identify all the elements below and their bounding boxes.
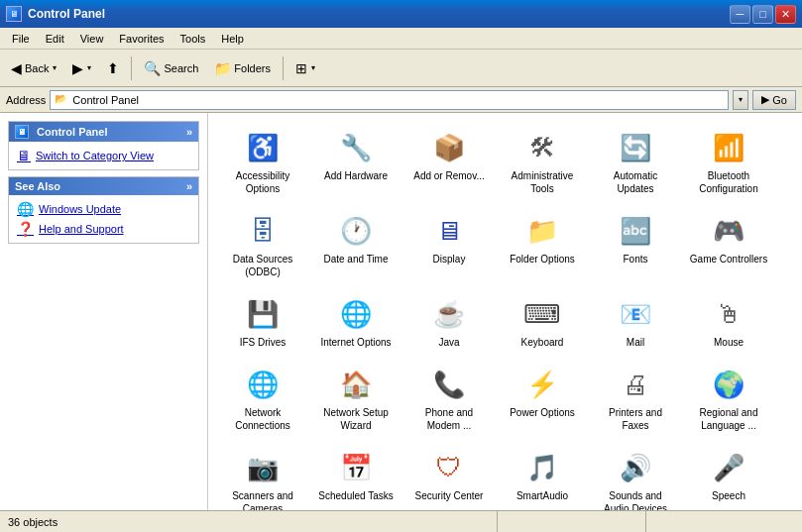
sidebar-link-switch-category[interactable]: 🖥Switch to Category View [17, 148, 190, 163]
icon-label-add-hardware: Add Hardware [324, 169, 388, 182]
icon-item-java[interactable]: ☕Java [404, 289, 494, 356]
sidebar-link-icon-help-support: ❓ [17, 221, 34, 237]
back-label: Back [25, 62, 49, 74]
icon-item-smartaudio[interactable]: 🎵SmartAudio [498, 443, 587, 510]
icon-label-network-setup-wizard: Network Setup Wizard [316, 406, 396, 432]
icon-item-bluetooth-configuration[interactable]: 📶Bluetooth Configuration [684, 123, 773, 202]
icon-item-network-connections[interactable]: 🌐Network Connections [218, 360, 307, 439]
address-folder-icon: 📂 [55, 93, 68, 107]
icon-item-internet-options[interactable]: 🌐Internet Options [311, 289, 401, 356]
icon-label-folder-options: Folder Options [510, 253, 575, 266]
toolbar-separator-1 [131, 56, 132, 80]
folders-label: Folders [234, 62, 271, 74]
search-button[interactable]: 🔍 Search [137, 53, 205, 83]
address-dropdown[interactable]: ▾ [733, 90, 748, 110]
folders-button[interactable]: 📁 Folders [207, 53, 278, 83]
window-title: Control Panel [28, 7, 730, 21]
icon-item-speech[interactable]: 🎤Speech [684, 443, 773, 510]
icon-item-network-setup-wizard[interactable]: 🏠Network Setup Wizard [311, 360, 401, 439]
maximize-button[interactable]: □ [752, 5, 773, 24]
icon-item-administrative-tools[interactable]: 🛠Administrative Tools [498, 123, 587, 202]
icon-item-scanners-and-cameras[interactable]: 📷Scanners and Cameras [218, 443, 307, 510]
icon-label-printers-and-faxes: Printers and Faxes [596, 406, 675, 432]
icon-item-ifs-drives[interactable]: 💾IFS Drives [218, 289, 307, 356]
icon-item-automatic-updates[interactable]: 🔄Automatic Updates [591, 123, 680, 202]
back-button[interactable]: ◀ Back ▾ [4, 53, 63, 83]
icon-item-data-sources[interactable]: 🗄Data Sources (ODBC) [218, 206, 307, 285]
back-arrow: ▾ [53, 63, 57, 72]
icon-item-security-center[interactable]: 🛡Security Center [404, 443, 494, 510]
icon-img-add-hardware: 🔧 [338, 130, 374, 165]
icon-label-date-and-time: Date and Time [323, 253, 388, 266]
sidebar-body-see-also-section: 🌐Windows Update❓Help and Support [9, 195, 198, 243]
icon-item-folder-options[interactable]: 📁Folder Options [498, 206, 587, 285]
icon-item-sounds-and-audio[interactable]: 🔊Sounds and Audio Devices [591, 443, 680, 510]
icon-img-security-center: 🛡 [431, 450, 467, 485]
icon-label-power-options: Power Options [510, 406, 575, 419]
icon-img-ifs-drives: 💾 [245, 296, 281, 332]
icon-img-data-sources: 🗄 [245, 213, 281, 249]
icon-item-keyboard[interactable]: ⌨Keyboard [498, 289, 587, 356]
sidebar: 🖥Control Panel»🖥Switch to Category ViewS… [0, 113, 208, 510]
menu-item-help[interactable]: Help [213, 31, 252, 47]
search-label: Search [164, 62, 198, 74]
icon-img-fonts: 🔤 [618, 213, 653, 249]
icon-item-add-remove-programs[interactable]: 📦Add or Remov... [404, 123, 494, 202]
icon-item-game-controllers[interactable]: 🎮Game Controllers [684, 206, 773, 285]
icon-label-accessibility-options: Accessibility Options [223, 169, 302, 195]
menu-item-view[interactable]: View [72, 31, 112, 47]
toolbar-separator-2 [283, 56, 284, 80]
icon-item-phone-and-modem[interactable]: 📞Phone and Modem ... [404, 360, 494, 439]
sidebar-link-help-support[interactable]: ❓Help and Support [17, 221, 190, 237]
icon-img-printers-and-faxes: 🖨 [618, 367, 653, 402]
forward-icon: ▶ [72, 60, 83, 76]
icon-item-printers-and-faxes[interactable]: 🖨Printers and Faxes [591, 360, 680, 439]
icon-item-power-options[interactable]: ⚡Power Options [498, 360, 587, 439]
address-bar: Address 📂 ▾ ▶ Go [0, 87, 802, 113]
icon-img-power-options: ⚡ [524, 367, 560, 402]
sidebar-link-windows-update[interactable]: 🌐Windows Update [17, 201, 190, 217]
icon-img-sounds-and-audio: 🔊 [618, 450, 653, 485]
icon-item-date-and-time[interactable]: 🕐Date and Time [311, 206, 401, 285]
status-bar: 36 objects [0, 510, 802, 532]
minimize-button[interactable]: ─ [730, 5, 750, 24]
icon-item-fonts[interactable]: 🔤Fonts [591, 206, 680, 285]
window-controls: ─ □ ✕ [730, 5, 796, 24]
status-panel-2 [645, 511, 794, 533]
icon-item-add-hardware[interactable]: 🔧Add Hardware [311, 123, 401, 202]
window-icon: 🖥 [6, 6, 22, 22]
menu-item-edit[interactable]: Edit [38, 31, 72, 47]
icon-item-mail[interactable]: 📧Mail [591, 289, 680, 356]
status-text: 36 objects [8, 516, 497, 528]
icon-label-data-sources: Data Sources (ODBC) [223, 253, 302, 278]
forward-button[interactable]: ▶ ▾ [65, 53, 98, 83]
icon-item-accessibility-options[interactable]: ♿Accessibility Options [218, 123, 307, 202]
address-input[interactable] [72, 94, 724, 106]
up-icon: ⬆ [107, 60, 119, 76]
icon-label-sounds-and-audio: Sounds and Audio Devices [596, 489, 675, 510]
sidebar-header-control-panel-section[interactable]: 🖥Control Panel» [9, 122, 198, 142]
toolbar: ◀ Back ▾ ▶ ▾ ⬆ 🔍 Search 📁 Folders ⊞ ▾ [0, 50, 802, 87]
icon-label-mouse: Mouse [714, 336, 744, 349]
icon-label-network-connections: Network Connections [223, 406, 302, 432]
icon-img-mail: 📧 [618, 296, 653, 332]
icon-item-scheduled-tasks[interactable]: 📅Scheduled Tasks [311, 443, 401, 510]
icon-item-mouse[interactable]: 🖱Mouse [684, 289, 773, 356]
icon-item-display[interactable]: 🖥Display [404, 206, 494, 285]
menu-item-tools[interactable]: Tools [172, 31, 214, 47]
icon-img-regional-language: 🌍 [711, 367, 746, 402]
view-button[interactable]: ⊞ ▾ [288, 53, 322, 83]
up-button[interactable]: ⬆ [100, 53, 126, 83]
menu-item-file[interactable]: File [4, 31, 38, 47]
icon-img-java: ☕ [431, 296, 467, 332]
folders-icon: 📁 [214, 60, 231, 76]
menu-item-favorites[interactable]: Favorites [111, 31, 172, 47]
search-icon: 🔍 [144, 60, 161, 76]
icon-img-accessibility-options: ♿ [245, 130, 281, 165]
sidebar-header-see-also-section[interactable]: See Also» [9, 177, 198, 195]
go-button[interactable]: ▶ Go [752, 90, 796, 110]
status-panel-1 [497, 511, 645, 533]
icon-label-mail: Mail [627, 336, 644, 349]
close-button[interactable]: ✕ [775, 5, 796, 24]
icon-item-regional-language[interactable]: 🌍Regional and Language ... [684, 360, 773, 439]
